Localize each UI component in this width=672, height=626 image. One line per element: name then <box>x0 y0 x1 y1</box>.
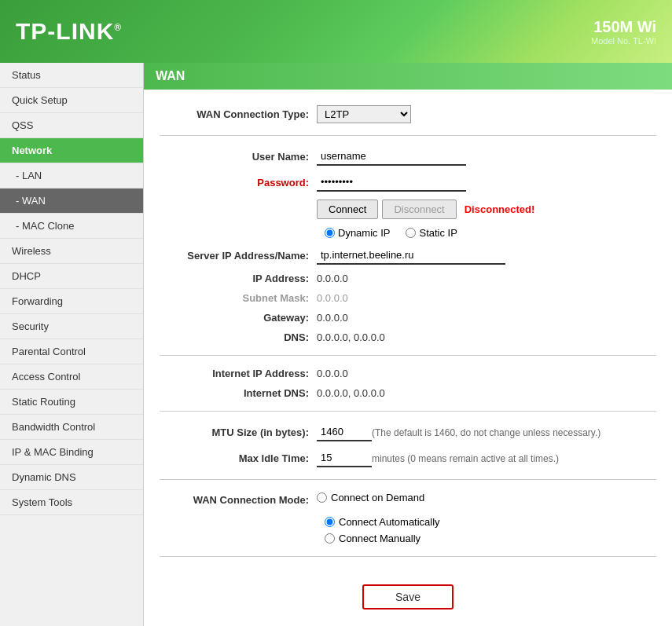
ip-address-value: 0.0.0.0 <box>317 273 348 284</box>
max-idle-label: Max Idle Time: <box>160 452 317 464</box>
mode-on-demand-radio[interactable] <box>317 492 327 503</box>
internet-dns-row: Internet DNS: 0.0.0.0, 0.0.0.0 <box>160 387 656 399</box>
wan-mode-label: WAN Connection Mode: <box>160 494 317 506</box>
logo: TP-LINK® <box>16 18 122 45</box>
model-info: 150M Wi Model No. TL-WI <box>591 18 656 46</box>
sidebar-item-wan[interactable]: - WAN <box>0 189 143 214</box>
header: TP-LINK® 150M Wi Model No. TL-WI <box>0 0 672 63</box>
logo-text: TP-LINK <box>16 18 114 44</box>
mode-manual-label[interactable]: Connect Manually <box>325 533 420 544</box>
server-ip-input[interactable] <box>317 247 505 265</box>
connection-status: Disconnected! <box>465 203 535 215</box>
divider-3 <box>160 411 656 412</box>
sidebar-item-bandwidth-control[interactable]: Bandwidth Control <box>0 415 143 440</box>
ip-mode-row: Dynamic IP Static IP <box>160 227 656 239</box>
dynamic-ip-label[interactable]: Dynamic IP <box>325 227 390 239</box>
mtu-row: MTU Size (in bytes): (The default is 146… <box>160 423 656 441</box>
max-idle-input[interactable] <box>317 449 372 467</box>
password-row: Password: <box>160 174 656 192</box>
wan-type-select[interactable]: L2TP PPPoE PPTP Dynamic IP Static IP <box>317 105 411 123</box>
internet-dns-label: Internet DNS: <box>160 387 317 399</box>
max-idle-row: Max Idle Time: minutes (0 means remain a… <box>160 449 656 467</box>
layout: Status Quick Setup QSS Network - LAN - W… <box>0 63 672 626</box>
sidebar-item-forwarding[interactable]: Forwarding <box>0 289 143 314</box>
wan-mode-label-row: WAN Connection Mode: Connect on Demand <box>160 492 656 508</box>
connect-button[interactable]: Connect <box>317 200 378 219</box>
username-input[interactable] <box>317 148 466 166</box>
mode-on-demand-row: Connect on Demand <box>317 492 424 503</box>
mode-auto-label[interactable]: Connect Automatically <box>325 516 440 528</box>
dns-value: 0.0.0.0, 0.0.0.0 <box>317 331 385 343</box>
mode-on-demand-text: Connect on Demand <box>331 492 424 503</box>
mtu-hint: (The default is 1460, do not change unle… <box>372 427 600 438</box>
mtu-label: MTU Size (in bytes): <box>160 426 317 438</box>
sidebar-item-qss[interactable]: QSS <box>0 113 143 138</box>
connect-row: Connect Disconnect Disconnected! <box>160 200 656 219</box>
divider-1 <box>160 135 656 136</box>
dynamic-ip-radio[interactable] <box>325 228 335 238</box>
form-area: WAN Connection Type: L2TP PPPoE PPTP Dyn… <box>144 97 672 626</box>
static-ip-radio[interactable] <box>406 228 416 238</box>
sidebar-item-access-control[interactable]: Access Control <box>0 364 143 390</box>
model-name: 150M Wi <box>591 18 656 36</box>
mode-manual-text: Connect Manually <box>339 533 420 544</box>
dns-row: DNS: 0.0.0.0, 0.0.0.0 <box>160 331 656 343</box>
sidebar-item-system-tools[interactable]: System Tools <box>0 490 143 515</box>
trademark: ® <box>114 22 122 33</box>
sidebar-item-parental-control[interactable]: Parental Control <box>0 339 143 364</box>
server-ip-label: Server IP Address/Name: <box>160 250 317 262</box>
gateway-label: Gateway: <box>160 312 317 324</box>
sidebar-item-static-routing[interactable]: Static Routing <box>0 390 143 415</box>
password-label: Password: <box>160 177 317 189</box>
mode-auto-text: Connect Automatically <box>339 516 440 528</box>
ip-address-label: IP Address: <box>160 273 317 284</box>
internet-ip-row: Internet IP Address: 0.0.0.0 <box>160 368 656 379</box>
mode-auto-radio[interactable] <box>325 517 335 527</box>
static-ip-text: Static IP <box>419 227 457 239</box>
mtu-input[interactable] <box>317 423 372 441</box>
model-number: Model No. TL-WI <box>591 36 656 46</box>
internet-dns-value: 0.0.0.0, 0.0.0.0 <box>317 387 385 399</box>
static-ip-label[interactable]: Static IP <box>406 227 457 239</box>
wan-type-row: WAN Connection Type: L2TP PPPoE PPTP Dyn… <box>160 105 656 123</box>
sidebar-item-network[interactable]: Network <box>0 138 143 163</box>
server-ip-row: Server IP Address/Name: <box>160 247 656 265</box>
sidebar-item-wireless[interactable]: Wireless <box>0 239 143 264</box>
subnet-mask-value: 0.0.0.0 <box>317 292 348 304</box>
sidebar-item-status[interactable]: Status <box>0 63 143 88</box>
sidebar-item-quick-setup[interactable]: Quick Setup <box>0 88 143 113</box>
dns-label: DNS: <box>160 331 317 343</box>
ip-address-row: IP Address: 0.0.0.0 <box>160 273 656 284</box>
page-title: WAN <box>144 63 672 90</box>
gateway-row: Gateway: 0.0.0.0 <box>160 312 656 324</box>
mode-manual-radio[interactable] <box>325 533 335 544</box>
sidebar-item-ip-mac-binding[interactable]: IP & MAC Binding <box>0 440 143 465</box>
dynamic-ip-text: Dynamic IP <box>338 227 390 239</box>
subnet-mask-row: Subnet Mask: 0.0.0.0 <box>160 292 656 304</box>
sidebar-item-dhcp[interactable]: DHCP <box>0 264 143 289</box>
sidebar-item-mac-clone[interactable]: - MAC Clone <box>0 214 143 239</box>
wan-mode-options: Connect on Demand <box>317 492 424 508</box>
wan-type-label: WAN Connection Type: <box>160 108 317 120</box>
sidebar: Status Quick Setup QSS Network - LAN - W… <box>0 63 144 626</box>
internet-ip-label: Internet IP Address: <box>160 368 317 379</box>
password-input[interactable] <box>317 174 466 192</box>
gateway-value: 0.0.0.0 <box>317 312 348 324</box>
mode-on-demand-label[interactable]: Connect on Demand <box>317 492 424 503</box>
save-area: Save <box>160 569 656 625</box>
sidebar-item-lan[interactable]: - LAN <box>0 163 143 189</box>
mode-auto-row: Connect Automatically <box>160 516 656 528</box>
username-row: User Name: <box>160 148 656 166</box>
sidebar-item-security[interactable]: Security <box>0 314 143 339</box>
max-idle-hint: minutes (0 means remain active at all ti… <box>372 453 559 464</box>
divider-2 <box>160 355 656 356</box>
main-content: WAN WAN Connection Type: L2TP PPPoE PPTP… <box>144 63 672 626</box>
divider-5 <box>160 556 656 557</box>
mode-manual-row: Connect Manually <box>160 533 656 544</box>
sidebar-item-dynamic-dns[interactable]: Dynamic DNS <box>0 465 143 490</box>
username-label: User Name: <box>160 151 317 163</box>
divider-4 <box>160 479 656 480</box>
disconnect-button[interactable]: Disconnect <box>382 200 456 219</box>
save-button[interactable]: Save <box>362 584 454 610</box>
subnet-mask-label: Subnet Mask: <box>160 292 317 304</box>
